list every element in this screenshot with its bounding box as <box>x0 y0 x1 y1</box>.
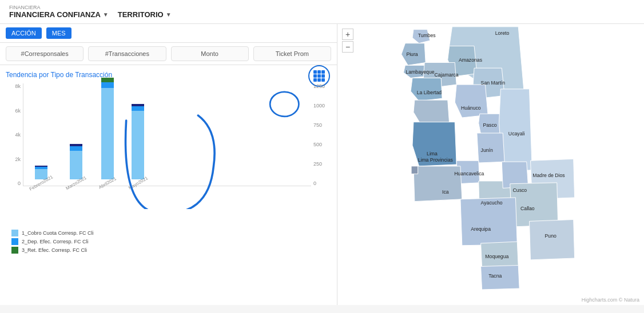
y-axis-left: 8k 6k 4k 2k 0 <box>6 83 23 186</box>
legend-item-3: 3_Ret. Efec. Corresp. FC Cli <box>11 247 325 254</box>
bar-seg-may-1 <box>132 111 144 179</box>
bar-stack-abril <box>101 77 114 179</box>
y-right-0: 0 <box>313 180 316 186</box>
financiera-value: FINANCIERA CONFIANZA <box>9 10 101 19</box>
chart-section: Tendencia por Tipo de Transacción <box>0 65 337 257</box>
region-puno[interactable] <box>530 219 575 259</box>
y-left-2k: 2k <box>15 156 21 162</box>
main-content: ACCIÓN MES #Corresponsales #Transaccione… <box>0 24 644 305</box>
territorio-dropdown[interactable]: TERRITORIO ▼ <box>118 10 172 19</box>
tab-accion[interactable]: ACCIÓN <box>6 27 42 39</box>
bar-seg-mar-2 <box>70 146 82 151</box>
legend-label-3: 3_Ret. Efec. Corresp. FC Cli <box>22 247 87 253</box>
label-loreto: Loreto <box>495 30 510 36</box>
grid-dot-2 <box>317 70 321 74</box>
metric-card-monto[interactable]: Monto <box>171 46 249 61</box>
y-right-500: 500 <box>313 142 322 147</box>
grid-dot-3 <box>321 70 325 74</box>
label-huanuco: Huánuco <box>461 105 481 111</box>
bar-group-marzo: Marzo2021 <box>65 77 88 186</box>
grid-dot-5 <box>317 74 321 78</box>
zoom-in-button[interactable]: + <box>342 29 353 40</box>
tab-mes[interactable]: MES <box>46 27 71 39</box>
label-madre-de-dios: Madre de Dios <box>532 172 565 178</box>
metric-label-ticket: Ticket Prom <box>276 50 309 57</box>
metric-label-transacciones: #Transacciones <box>105 50 149 57</box>
map-container: + − <box>337 24 644 305</box>
y-left-0: 0 <box>18 180 21 186</box>
region-huanuco[interactable] <box>455 85 488 118</box>
label-ayacucho: Ayacucho <box>481 200 503 206</box>
y-left-4k: 4k <box>15 132 21 138</box>
label-tacna: Tacna <box>488 273 502 279</box>
bar-seg-may-2 <box>132 106 144 111</box>
label-puno: Puno <box>545 233 556 239</box>
bar-group-febrero: Febrero2021 <box>28 77 54 186</box>
label-la-libertad: La Libertad <box>417 90 442 95</box>
metric-card-corresponsales[interactable]: #Corresponsales <box>6 46 84 61</box>
svg-point-0 <box>270 92 299 117</box>
tab-bar: ACCIÓN MES <box>0 24 337 43</box>
label-callao: Callao <box>520 206 535 211</box>
financiera-dropdown[interactable]: FINANCIERA CONFIANZA ▼ <box>9 10 109 19</box>
chart-title: Tendencia por Tipo de Transacción <box>6 71 331 79</box>
bar-seg-abr-3 <box>101 78 114 82</box>
label-amazonas: Amazonas <box>459 57 483 63</box>
grid-dot-7 <box>313 78 317 82</box>
bar-group-abril: Abril2021 <box>98 77 117 186</box>
grid-icon <box>313 70 325 82</box>
grid-dot-4 <box>313 74 317 78</box>
y-right-1250: 1250 <box>313 83 325 89</box>
y-right-250: 250 <box>313 161 322 167</box>
label-ucayali: Ucayali <box>508 131 525 137</box>
map-controls: + − <box>342 29 353 53</box>
bar-seg-mar-1 <box>70 151 82 179</box>
label-san-martin: San Martín <box>481 80 506 86</box>
territorio-label <box>118 5 172 10</box>
y-left-8k: 8k <box>15 83 21 89</box>
grid-dot-6 <box>321 74 325 78</box>
legend-color-2 <box>11 238 18 245</box>
label-tumbes: Tumbes <box>418 33 436 38</box>
bar-stack-marzo <box>70 77 82 179</box>
financiera-dropdown-container: FINANCIERA FINANCIERA CONFIANZA ▼ <box>9 5 109 19</box>
label-ica: Ica <box>442 189 449 195</box>
metric-card-transacciones[interactable]: #Transacciones <box>88 46 166 61</box>
grid-dot-9 <box>321 78 325 82</box>
legend-color-3 <box>11 247 18 254</box>
y-axis-right: 1250 1000 750 500 250 0 <box>311 83 331 186</box>
y-right-1000: 1000 <box>313 103 325 109</box>
label-pasco: Pasco <box>483 122 496 128</box>
label-lima-provincias: Lima Provincias <box>418 157 454 163</box>
legend-label-1: 1_Cobro Cuota Corresp. FC Cli <box>22 230 94 236</box>
legend-label-2: 2_Dep. Efec. Corresp. FC Cli <box>22 239 89 244</box>
metric-label-monto: Monto <box>201 50 218 57</box>
financiera-label: FINANCIERA <box>9 5 109 10</box>
territorio-dropdown-container: TERRITORIO ▼ <box>118 5 172 19</box>
label-cajamarca: Cajamarca <box>435 72 459 78</box>
header: FINANCIERA FINANCIERA CONFIANZA ▼ TERRIT… <box>0 0 644 24</box>
bar-group-mayo: Mayo2021 <box>128 77 149 186</box>
right-panel: + − <box>337 24 644 305</box>
bars-container: Febrero2021 Marzo2021 <box>23 83 311 186</box>
legend-item-1: 1_Cobro Cuota Corresp. FC Cli <box>11 230 325 236</box>
bar-stack-febrero <box>35 77 47 179</box>
bar-seg-abr-1 <box>101 88 114 179</box>
bar-stack-mayo <box>132 77 144 179</box>
region-callao[interactable] <box>411 166 418 174</box>
highcharts-credit: Highcharts.com © Natura <box>582 297 639 303</box>
chart-area: 8k 6k 4k 2k 0 Febrero2021 <box>6 83 331 209</box>
zoom-out-button[interactable]: − <box>342 41 353 53</box>
label-arequipa: Arequipa <box>471 226 491 232</box>
label-lima: Lima <box>427 151 438 156</box>
grid-dot-1 <box>313 70 317 74</box>
legend-color-1 <box>11 230 18 236</box>
bar-seg-abr-2 <box>101 82 114 88</box>
label-cusco: Cusco <box>513 187 527 193</box>
chart-legend: 1_Cobro Cuota Corresp. FC Cli 2_Dep. Efe… <box>6 226 331 257</box>
metric-card-ticket[interactable]: Ticket Prom <box>253 46 331 61</box>
y-right-750: 750 <box>313 122 322 128</box>
territorio-value: TERRITORIO <box>118 10 164 19</box>
label-lambayeque: Lambayeque <box>406 69 434 75</box>
grid-dot-8 <box>317 78 321 82</box>
